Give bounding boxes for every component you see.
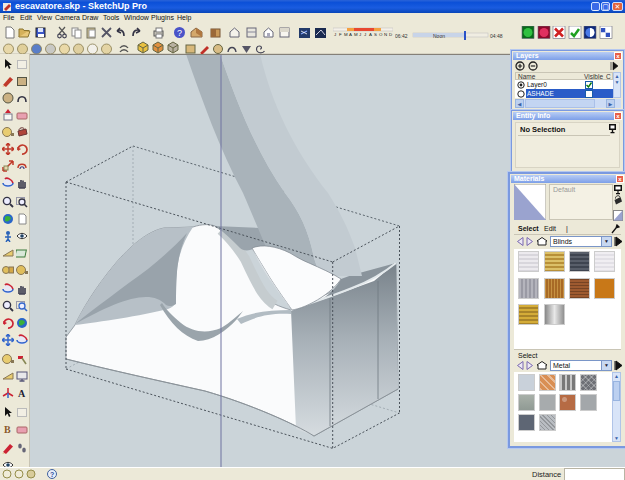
svg-text:D: D	[389, 32, 392, 37]
svg-text:N: N	[384, 32, 387, 37]
svg-text:J: J	[364, 32, 366, 37]
svg-text:04:48: 04:48	[490, 33, 503, 39]
svg-text:A: A	[349, 32, 352, 37]
svg-text:M: M	[344, 32, 348, 37]
svg-text:J: J	[359, 32, 361, 37]
svg-text:O: O	[379, 32, 383, 37]
svg-text:S: S	[374, 32, 377, 37]
svg-text:Noon: Noon	[433, 33, 445, 39]
svg-text:?: ?	[177, 28, 182, 38]
svg-text:A: A	[18, 388, 26, 399]
svg-text:A: A	[369, 32, 372, 37]
svg-text:B: B	[4, 424, 11, 435]
svg-text:M: M	[354, 32, 358, 37]
svg-text:?: ?	[50, 471, 54, 478]
svg-text:06:42: 06:42	[395, 33, 408, 39]
svg-text:J: J	[334, 32, 336, 37]
svg-text:F: F	[339, 32, 342, 37]
